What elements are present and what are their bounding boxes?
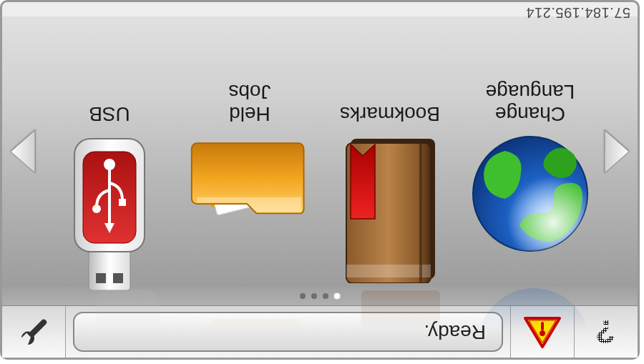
status-text: Ready. — [424, 320, 486, 343]
svg-marker-4 — [605, 130, 629, 173]
help-button[interactable]: ? — [574, 306, 638, 358]
carousel-item-usb[interactable]: USB — [45, 102, 174, 283]
carousel-item-bookmarks[interactable]: Bookmarks — [326, 102, 454, 283]
carousel-next[interactable] — [5, 127, 39, 177]
bookmarks-icon — [336, 133, 444, 283]
svg-rect-22 — [96, 273, 106, 283]
home-carousel: Change Language — [2, 16, 638, 287]
svg-point-26 — [105, 160, 114, 169]
carousel-item-label: Bookmarks — [340, 102, 440, 124]
carousel-item-label: Change Language — [486, 80, 575, 124]
chevron-right-icon — [8, 129, 36, 174]
svg-rect-21 — [113, 273, 123, 283]
ip-address: 57.184.195.214 — [526, 4, 630, 21]
svg-point-28 — [92, 205, 101, 213]
svg-rect-11 — [346, 265, 431, 277]
page-dot — [323, 293, 328, 299]
alert-button[interactable] — [510, 306, 574, 358]
top-bar: ? Ready. — [2, 305, 638, 358]
svg-rect-12 — [419, 143, 422, 283]
svg-point-7 — [473, 137, 587, 251]
svg-rect-27 — [119, 199, 126, 206]
page-dot — [334, 293, 340, 299]
carousel-item-held-jobs[interactable]: Held Jobs — [185, 80, 314, 283]
status-display: Ready. — [73, 312, 503, 352]
globe-icon — [469, 133, 591, 255]
chevron-left-icon — [603, 129, 632, 174]
svg-marker-30 — [11, 130, 35, 173]
carousel-item-label: USB — [89, 102, 130, 124]
page-dot — [311, 293, 317, 299]
carousel-item-change-language[interactable]: Change Language — [466, 80, 595, 283]
carousel-prev[interactable] — [600, 127, 635, 177]
help-icon: ? — [597, 313, 615, 351]
svg-point-2 — [540, 330, 545, 336]
svg-rect-3 — [541, 322, 544, 330]
page-dot — [300, 293, 306, 299]
carousel-items: Change Language — [39, 13, 600, 290]
folder-icon — [189, 133, 311, 255]
svg-rect-20 — [89, 247, 130, 290]
wrench-icon — [18, 316, 49, 348]
carousel-item-label: Held Jobs — [228, 80, 270, 124]
usb-drive-icon — [63, 133, 156, 290]
alert-triangle-icon — [524, 315, 561, 348]
settings-button[interactable] — [2, 306, 66, 358]
